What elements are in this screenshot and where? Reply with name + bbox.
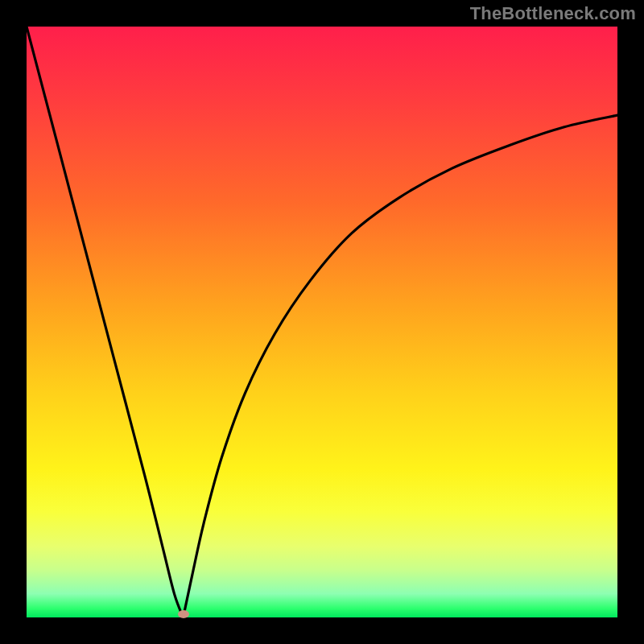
curve-path bbox=[27, 27, 617, 617]
sweet-spot-marker bbox=[178, 610, 189, 618]
plot-area bbox=[27, 27, 617, 617]
chart-frame: TheBottleneck.com bbox=[0, 0, 644, 644]
bottleneck-curve bbox=[27, 27, 617, 617]
watermark-text: TheBottleneck.com bbox=[470, 3, 636, 24]
